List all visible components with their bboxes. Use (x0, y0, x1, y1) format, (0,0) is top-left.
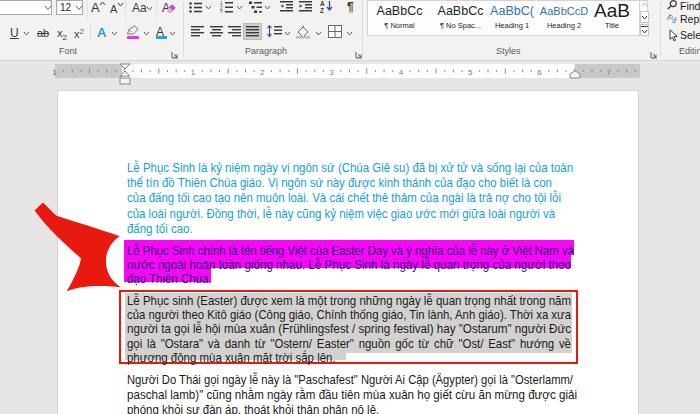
svg-text:6: 6 (537, 68, 542, 77)
svg-text:2: 2 (260, 68, 265, 77)
svg-text:3: 3 (220, 10, 223, 13)
svg-text:7: 7 (607, 68, 612, 77)
svg-text:3: 3 (329, 68, 334, 77)
svg-text:A: A (320, 0, 325, 7)
svg-text:5: 5 (468, 68, 473, 77)
svg-text:1: 1 (191, 68, 196, 77)
svg-text:Z: Z (320, 7, 324, 13)
svg-text:4: 4 (399, 68, 404, 77)
svg-text:1: 1 (52, 68, 57, 77)
